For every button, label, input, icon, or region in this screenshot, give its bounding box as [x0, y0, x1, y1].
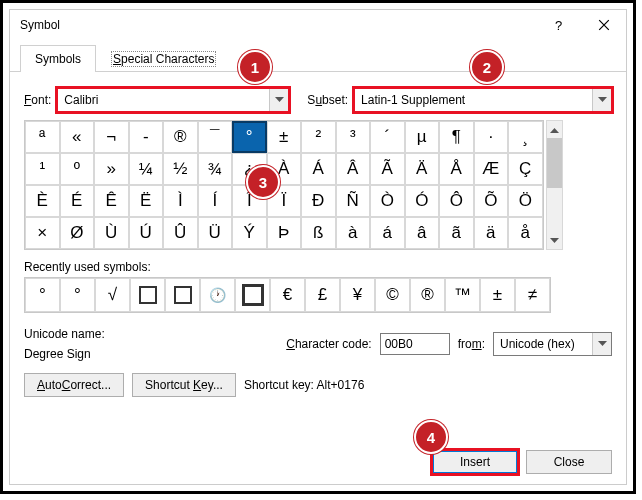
symbol-cell[interactable]: à: [336, 217, 371, 249]
symbol-cell[interactable]: â: [405, 217, 440, 249]
recent-symbol-cell[interactable]: ≠: [515, 278, 550, 312]
symbol-cell[interactable]: ±: [267, 121, 302, 153]
help-button[interactable]: ?: [536, 10, 581, 40]
symbol-cell[interactable]: ®: [163, 121, 198, 153]
symbol-cell[interactable]: ª: [25, 121, 60, 153]
recent-symbol-cell[interactable]: ©: [375, 278, 410, 312]
symbol-cell[interactable]: °: [232, 121, 267, 153]
symbol-cell[interactable]: Ì: [163, 185, 198, 217]
recent-symbols[interactable]: °°√🕐€£¥©®™±≠: [24, 277, 551, 313]
recent-symbol-cell[interactable]: ™: [445, 278, 480, 312]
grid-scrollbar[interactable]: [546, 120, 563, 250]
symbol-cell[interactable]: ¼: [129, 153, 164, 185]
symbol-cell[interactable]: ·: [474, 121, 509, 153]
scroll-up-icon[interactable]: [547, 121, 562, 138]
symbol-cell[interactable]: Ý: [232, 217, 267, 249]
recent-symbol-cell[interactable]: £: [305, 278, 340, 312]
recent-symbol-cell[interactable]: ±: [480, 278, 515, 312]
symbol-cell[interactable]: Â: [336, 153, 371, 185]
symbol-cell[interactable]: ×: [25, 217, 60, 249]
symbol-cell[interactable]: Ë: [129, 185, 164, 217]
symbol-cell[interactable]: Ä: [405, 153, 440, 185]
symbol-cell[interactable]: Ð: [301, 185, 336, 217]
recent-symbol-cell[interactable]: ¥: [340, 278, 375, 312]
scroll-down-icon[interactable]: [547, 232, 562, 249]
shortcut-key-button[interactable]: Shortcut Key...: [132, 373, 236, 397]
symbol-cell[interactable]: Ô: [439, 185, 474, 217]
symbol-cell[interactable]: ä: [474, 217, 509, 249]
chevron-down-icon: [592, 333, 611, 355]
char-code-label: Character code:: [286, 337, 371, 351]
close-window-button[interactable]: [581, 10, 626, 40]
symbol-cell[interactable]: º: [60, 153, 95, 185]
symbol-cell[interactable]: Ø: [60, 217, 95, 249]
symbol-cell[interactable]: Ã: [370, 153, 405, 185]
recent-symbol-cell[interactable]: 🕐: [200, 278, 235, 312]
symbol-cell[interactable]: Í: [198, 185, 233, 217]
symbol-cell[interactable]: Á: [301, 153, 336, 185]
symbol-grid[interactable]: ª«¬-®¯°±²³´µ¶·¸¹º»¼½¾¿ÀÁÂÃÄÅÆÇÈÉÊËÌÍÎÏÐÑ…: [24, 120, 544, 250]
subset-combo[interactable]: Latin-1 Supplement: [354, 88, 612, 112]
symbol-cell[interactable]: ¸: [508, 121, 543, 153]
symbol-cell[interactable]: ³: [336, 121, 371, 153]
symbol-cell[interactable]: Ó: [405, 185, 440, 217]
recent-symbol-cell[interactable]: [165, 278, 200, 312]
unicode-name-value: Degree Sign: [24, 347, 174, 361]
symbol-cell[interactable]: È: [25, 185, 60, 217]
recent-symbol-cell[interactable]: [130, 278, 165, 312]
autocorrect-button[interactable]: AutoCorrect...: [24, 373, 124, 397]
callout-2: 2: [470, 50, 504, 84]
symbol-cell[interactable]: É: [60, 185, 95, 217]
symbol-cell[interactable]: ã: [439, 217, 474, 249]
from-combo[interactable]: Unicode (hex): [493, 332, 612, 356]
font-combo[interactable]: Calibri: [57, 88, 289, 112]
symbol-cell[interactable]: ¶: [439, 121, 474, 153]
symbol-cell[interactable]: ½: [163, 153, 198, 185]
symbol-cell[interactable]: ¬: [94, 121, 129, 153]
symbol-cell[interactable]: Ç: [508, 153, 543, 185]
close-button[interactable]: Close: [526, 450, 612, 474]
symbol-cell[interactable]: »: [94, 153, 129, 185]
symbol-cell[interactable]: Ö: [508, 185, 543, 217]
chevron-down-icon: [269, 89, 288, 111]
subset-label: Subset:: [307, 93, 348, 107]
scroll-thumb[interactable]: [547, 138, 562, 188]
insert-button[interactable]: Insert: [432, 450, 518, 474]
symbol-cell[interactable]: ¯: [198, 121, 233, 153]
recent-symbol-cell[interactable]: [235, 278, 270, 312]
tab-special-characters[interactable]: Special Characters: [96, 45, 231, 72]
unicode-name-label: Unicode name:: [24, 327, 174, 341]
recent-symbol-cell[interactable]: ®: [410, 278, 445, 312]
font-label: Font:: [24, 93, 51, 107]
symbol-cell[interactable]: Õ: [474, 185, 509, 217]
symbol-cell[interactable]: Ñ: [336, 185, 371, 217]
symbol-cell[interactable]: ¾: [198, 153, 233, 185]
recent-symbol-cell[interactable]: √: [95, 278, 130, 312]
symbol-cell[interactable]: Ò: [370, 185, 405, 217]
symbol-cell[interactable]: Ü: [198, 217, 233, 249]
recent-symbol-cell[interactable]: °: [60, 278, 95, 312]
symbol-cell[interactable]: Þ: [267, 217, 302, 249]
symbol-cell[interactable]: Û: [163, 217, 198, 249]
symbol-cell[interactable]: Ú: [129, 217, 164, 249]
symbol-cell[interactable]: -: [129, 121, 164, 153]
tab-strip: Symbols Special Characters: [10, 44, 626, 72]
symbol-cell[interactable]: ß: [301, 217, 336, 249]
symbol-cell[interactable]: Ê: [94, 185, 129, 217]
symbol-cell[interactable]: «: [60, 121, 95, 153]
symbol-cell[interactable]: ²: [301, 121, 336, 153]
recent-symbol-cell[interactable]: °: [25, 278, 60, 312]
symbol-cell[interactable]: Ù: [94, 217, 129, 249]
recent-symbol-cell[interactable]: €: [270, 278, 305, 312]
symbol-cell[interactable]: Æ: [474, 153, 509, 185]
callout-3: 3: [246, 165, 280, 199]
symbol-cell[interactable]: å: [508, 217, 543, 249]
char-code-input[interactable]: 00B0: [380, 333, 450, 355]
symbol-cell[interactable]: ¹: [25, 153, 60, 185]
symbol-cell[interactable]: Å: [439, 153, 474, 185]
symbol-cell[interactable]: µ: [405, 121, 440, 153]
symbol-cell[interactable]: á: [370, 217, 405, 249]
tab-symbols[interactable]: Symbols: [20, 45, 96, 72]
from-label: from:: [458, 337, 485, 351]
symbol-cell[interactable]: ´: [370, 121, 405, 153]
